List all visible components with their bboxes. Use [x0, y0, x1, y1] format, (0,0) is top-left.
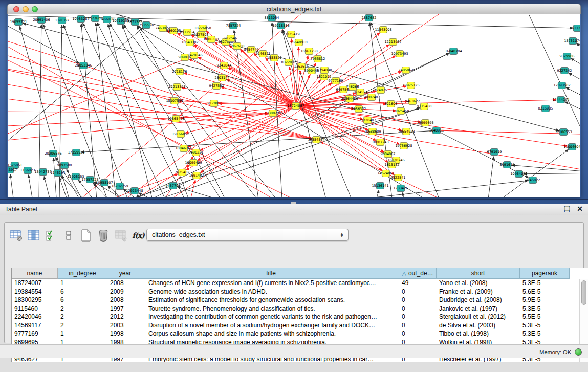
cell-name[interactable]: 14569117: [12, 321, 58, 330]
function-builder-button[interactable]: f(x): [130, 228, 146, 243]
graph-node[interactable]: 2887682: [362, 15, 377, 21]
cell-in-degree[interactable]: 6: [58, 296, 107, 304]
graph-node[interactable]: 19756928: [395, 143, 412, 149]
graph-edge[interactable]: [67, 169, 100, 197]
graph-edge[interactable]: [8, 50, 312, 139]
graph-edge[interactable]: [178, 187, 335, 197]
cell-name[interactable]: 22420046: [12, 313, 58, 321]
column-header-short[interactable]: short: [437, 268, 520, 279]
graph-edge[interactable]: [437, 130, 529, 178]
column-header-name[interactable]: name: [12, 268, 58, 279]
select-columns-button[interactable]: [43, 228, 59, 243]
graph-node[interactable]: 9884067: [381, 151, 396, 158]
memory-status-indicator[interactable]: [575, 348, 582, 356]
graph-edge[interactable]: [566, 87, 580, 105]
network-graph[interactable]: 1872400719384554183002957463822886012589…: [8, 14, 580, 197]
graph-node[interactable]: 7986322: [352, 106, 366, 113]
graph-edge[interactable]: [28, 175, 38, 197]
graph-node[interactable]: 1588520: [267, 55, 282, 61]
cell-year[interactable]: 2003: [107, 321, 143, 330]
cell-short[interactable]: Stergiakouli et al. (2012): [437, 313, 520, 321]
table-row[interactable]: 977716911998Corpus callosum shape and si…: [12, 330, 579, 338]
graph-node[interactable]: 9329986: [560, 53, 575, 60]
table-row[interactable]: 1872400712008Changes of HCN gene express…: [12, 279, 579, 288]
cell-short[interactable]: Yano et al. (2008): [437, 279, 520, 288]
table-row[interactable]: 1938455462009Genome-wide association stu…: [12, 288, 579, 296]
cell-pagerank[interactable]: 5.5E-5: [520, 313, 570, 321]
graph-node[interactable]: 20206576: [45, 150, 61, 157]
graph-node[interactable]: 7485063: [399, 67, 413, 74]
cell-short[interactable]: de Silva et al. (2003): [437, 321, 520, 330]
graph-node[interactable]: 1145194: [51, 170, 66, 177]
graph-node[interactable]: 9397588: [57, 162, 72, 169]
graph-node[interactable]: 18107554: [166, 98, 183, 104]
cell-short[interactable]: Franke et al. (2009): [437, 288, 520, 296]
graph-node[interactable]: 8813054: [265, 15, 279, 21]
cell-in-degree[interactable]: 2: [58, 321, 107, 330]
graph-node[interactable]: 12213393: [168, 84, 185, 91]
graph-node[interactable]: 19975125: [402, 82, 419, 89]
table-row[interactable]: 2242004622012Investigating the contribut…: [12, 313, 579, 321]
graph-node[interactable]: 6794028: [317, 67, 332, 74]
graph-edge[interactable]: [296, 106, 568, 146]
graph-node[interactable]: 12106553: [555, 129, 572, 136]
graph-edge[interactable]: [292, 39, 296, 106]
graph-node[interactable]: 15751074: [564, 38, 580, 45]
delete-column-button[interactable]: [96, 228, 111, 243]
graph-edge[interactable]: [320, 142, 514, 197]
graph-node[interactable]: 621608: [385, 101, 398, 107]
graph-node[interactable]: 7857224: [226, 23, 241, 29]
graph-node[interactable]: 19055721: [10, 19, 27, 26]
network-window-titlebar[interactable]: citations_edges.txt: [7, 4, 581, 14]
cell-name[interactable]: 19384554: [12, 288, 58, 296]
graph-node[interactable]: 1156823: [20, 167, 35, 174]
graph-node[interactable]: 18226058: [194, 25, 211, 32]
graph-node[interactable]: 10958107: [96, 180, 113, 186]
column-header-out-degree[interactable]: △ out_de…: [399, 268, 437, 279]
graph-node[interactable]: 2867608: [230, 43, 245, 50]
table-row[interactable]: 1830029562008Estimation of significance …: [12, 296, 579, 304]
cell-short[interactable]: Jankovic et al. (1997): [437, 304, 520, 313]
cell-name[interactable]: 9777169: [12, 330, 58, 338]
cell-title[interactable]: Corpus callosum shape and size in male p…: [143, 330, 399, 338]
table-row[interactable]: 1456911722003Disruption of a novel membe…: [12, 321, 579, 330]
graph-edge[interactable]: [296, 106, 402, 130]
cell-pagerank[interactable]: 5.6E-5: [520, 288, 570, 296]
graph-node[interactable]: 18807243: [372, 139, 388, 146]
float-panel-icon[interactable]: [563, 205, 571, 213]
cell-title[interactable]: Tourette syndrome. Phenomenology and cla…: [143, 304, 399, 313]
graph-node[interactable]: 16543382: [181, 39, 198, 46]
cell-short[interactable]: Dudbridge et al. (2008): [437, 296, 520, 304]
graph-node[interactable]: 12213967: [384, 39, 401, 46]
graph-node[interactable]: 10719155: [112, 18, 129, 25]
graph-node[interactable]: 6791919: [487, 149, 502, 156]
graph-node[interactable]: 8186328: [204, 36, 219, 43]
graph-edge[interactable]: [182, 180, 195, 197]
cell-year[interactable]: 2012: [107, 313, 143, 321]
cell-short[interactable]: Tibbo et al. (1998): [437, 330, 520, 338]
graph-node[interactable]: 20691406: [33, 17, 50, 24]
graph-node[interactable]: 17359924: [68, 149, 84, 156]
graph-node[interactable]: 12093582: [553, 82, 570, 89]
graph-node[interactable]: 11004604: [563, 144, 580, 150]
cell-out-degree[interactable]: 0: [399, 330, 437, 338]
column-header-in-degree[interactable]: in_degree: [58, 268, 107, 279]
cell-in-degree[interactable]: 2: [58, 313, 107, 321]
graph-node[interactable]: 9115460: [417, 103, 432, 110]
graph-node[interactable]: 20364486: [341, 96, 358, 102]
create-column-button[interactable]: [78, 228, 94, 243]
graph-node[interactable]: 19166852: [172, 131, 189, 138]
graph-node[interactable]: 989015: [179, 54, 191, 61]
cell-name[interactable]: 18300295: [12, 296, 58, 304]
graph-node[interactable]: 8860125: [166, 28, 181, 34]
cell-title[interactable]: Disruption of a novel member of a sodium…: [143, 321, 399, 330]
cell-in-degree[interactable]: 1: [58, 279, 107, 288]
cell-out-degree[interactable]: 0: [399, 321, 437, 330]
cell-out-degree[interactable]: 0: [399, 304, 437, 313]
graph-node[interactable]: 9427552: [209, 83, 224, 90]
cell-out-degree[interactable]: 0: [399, 313, 437, 321]
graph-node[interactable]: 1511247: [570, 25, 580, 32]
graph-node[interactable]: 9498221: [189, 149, 204, 156]
graph-node[interactable]: 19654923: [398, 128, 415, 135]
graph-node[interactable]: 16640910: [290, 39, 307, 46]
